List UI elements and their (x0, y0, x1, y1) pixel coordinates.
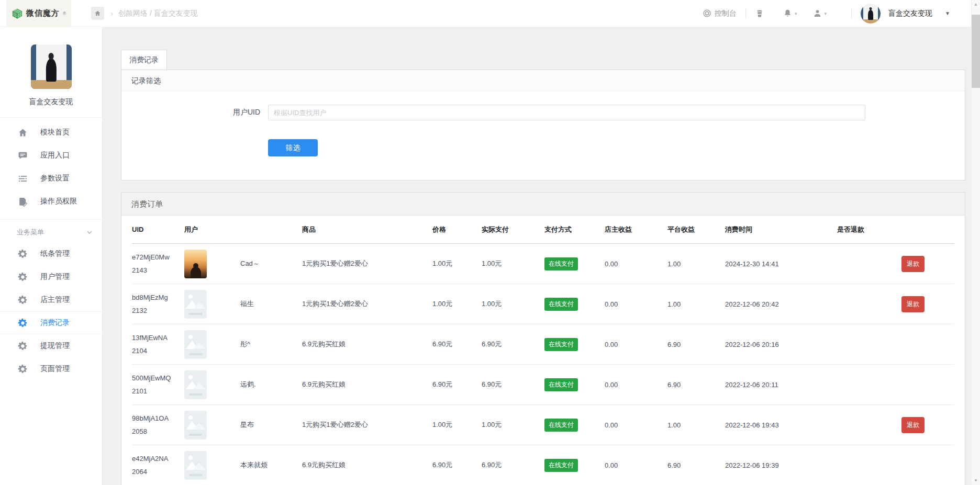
order-price: 1.00元 (432, 259, 482, 268)
order-time: 2022-12-06 20:11 (725, 381, 837, 389)
order-user: 本来就烦 (184, 451, 302, 480)
sidebar-business-item-5[interactable]: 页面管理 (0, 357, 102, 380)
column-header-4: 实际支付 (482, 225, 544, 234)
scrollbar-up-arrow[interactable]: ▲ (972, 0, 980, 9)
order-price: 6.90元 (432, 340, 482, 349)
table-header-row: UID用户商品价格实际支付支付方式店主收益平台收益消费时间是否退款 (132, 216, 954, 244)
filter-panel: 记录筛选 用户UID 筛选 (121, 70, 965, 181)
order-uid: e42MjA2NA2064 (132, 452, 184, 478)
gear-icon (17, 272, 28, 282)
topbar-actions: 控制台 ▾ ▾ 盲盒交友变现 ▼ (703, 4, 980, 24)
table-row: e42MjA2NA2064本来就烦6.9元购买红娘6.90元6.90元在线支付0… (132, 445, 954, 485)
user-name: 福生 (240, 299, 254, 309)
sidebar-profile: 盲盒交友变现 (0, 27, 102, 118)
home-icon (94, 10, 101, 17)
order-refund: 退款 (837, 417, 954, 433)
cup-icon[interactable] (755, 9, 764, 18)
account-name[interactable]: 盲盒交友变现 (888, 9, 932, 18)
filter-submit-button[interactable]: 筛选 (268, 139, 318, 156)
order-payment: 在线支付 (544, 257, 605, 270)
notifications-button[interactable]: ▾ (783, 9, 797, 18)
order-paid: 6.90元 (482, 380, 544, 389)
placeholder-image (184, 411, 207, 439)
sidebar-item-1[interactable]: 应用入口 (0, 144, 102, 167)
logo-cube-icon (12, 8, 23, 19)
account-avatar[interactable] (861, 4, 881, 24)
gear-icon (17, 341, 28, 351)
order-time: 2022-12-06 19:39 (725, 461, 837, 469)
page-scrollbar[interactable]: ▲ ▼ (971, 0, 980, 485)
column-header-1: 用户 (184, 225, 302, 234)
order-paid: 1.00元 (482, 299, 544, 309)
params-icon (17, 173, 28, 184)
refund-button[interactable]: 退款 (901, 296, 925, 312)
gear-icon (17, 364, 28, 374)
sidebar-business-item-0[interactable]: 纸条管理 (0, 242, 102, 265)
sidebar-item-0[interactable]: 模块首页 (0, 121, 102, 144)
order-owner-income: 0.00 (605, 381, 667, 389)
order-price: 6.90元 (432, 380, 482, 389)
order-payment: 在线支付 (544, 419, 605, 432)
sidebar-item-3[interactable]: 操作员权限 (0, 190, 102, 213)
home-button[interactable] (91, 7, 104, 20)
sidebar-item-2[interactable]: 参数设置 (0, 167, 102, 190)
gear-icon (17, 318, 28, 328)
tab-consumption-records[interactable]: 消费记录 (121, 50, 167, 70)
order-refund: 退款 (837, 256, 954, 272)
order-platform-income: 1.00 (667, 300, 725, 308)
section-label: 业务菜单 (17, 228, 44, 237)
gear-icon (17, 295, 28, 305)
order-time: 2022-12-06 20:42 (725, 300, 837, 308)
order-owner-income: 0.00 (605, 461, 667, 469)
order-time: 2024-12-30 14:41 (725, 260, 837, 268)
main-menu: 模块首页应用入口参数设置操作员权限 (0, 118, 102, 216)
sidebar-business-item-1[interactable]: 用户管理 (0, 265, 102, 288)
order-price: 1.00元 (432, 299, 482, 309)
table-row: 98bMjA1OA2058星布1元购买1爱心赠2爱心1.00元1.00元在线支付… (132, 405, 954, 445)
order-uid: 98bMjA1OA2058 (132, 412, 184, 438)
bell-icon (783, 9, 792, 18)
app-logo[interactable]: 微信魔方 ® (6, 0, 71, 27)
person-icon (813, 9, 822, 18)
profile-photo (31, 44, 72, 89)
order-payment: 在线支付 (544, 298, 605, 311)
order-payment: 在线支付 (544, 459, 605, 472)
order-platform-income: 1.00 (667, 260, 725, 268)
sidebar-business-item-2[interactable]: 店主管理 (0, 288, 102, 311)
order-payment: 在线支付 (544, 378, 605, 391)
scrollbar-down-arrow[interactable]: ▼ (972, 476, 980, 485)
account-dropdown-caret-icon[interactable]: ▼ (945, 10, 950, 16)
order-platform-income: 1.00 (667, 421, 725, 429)
order-paid: 1.00元 (482, 420, 544, 430)
logo-text: 微信魔方 (26, 8, 60, 18)
menu-item-label: 模块首页 (40, 128, 70, 137)
order-uid: bd8MjEzMg2132 (132, 291, 184, 317)
order-paid: 6.90元 (482, 460, 544, 470)
order-owner-income: 0.00 (605, 260, 667, 268)
order-user: 彤^ (184, 330, 302, 359)
orders-panel: 消费订单 UID用户商品价格实际支付支付方式店主收益平台收益消费时间是否退款 e… (121, 192, 965, 485)
user-name: 远鹤. (240, 380, 256, 389)
user-menu-button[interactable]: ▾ (813, 9, 827, 18)
scrollbar-thumb[interactable] (972, 15, 980, 88)
sidebar-business-item-4[interactable]: 提现管理 (0, 334, 102, 357)
sidebar-business-item-3[interactable]: 消费记录 (0, 311, 102, 334)
caret-down-icon: ▾ (795, 11, 797, 16)
user-name: 星布 (240, 420, 254, 430)
uid-search-input[interactable] (268, 105, 865, 120)
table-row: bd8MjEzMg2132福生1元购买1爱心赠2爱心1.00元1.00元在线支付… (132, 284, 954, 324)
menu-item-label: 提现管理 (40, 341, 70, 351)
refund-button[interactable]: 退款 (901, 256, 925, 272)
menu-item-label: 用户管理 (40, 272, 70, 281)
payment-badge: 在线支付 (544, 378, 578, 391)
console-icon (703, 9, 711, 18)
refund-button[interactable]: 退款 (901, 417, 925, 433)
main-content: 消费记录 记录筛选 用户UID 筛选 消费订单 UID用户商品价格实际支付支付方… (103, 27, 980, 485)
comment-icon (17, 150, 28, 161)
order-time: 2022-12-06 20:16 (725, 341, 837, 348)
order-platform-income: 6.90 (667, 461, 725, 469)
profile-name: 盲盒交友变现 (0, 97, 102, 107)
uid-label: 用户UID (221, 108, 260, 117)
console-link[interactable]: 控制台 (703, 9, 737, 18)
section-business-menu[interactable]: 业务菜单 (0, 219, 102, 239)
